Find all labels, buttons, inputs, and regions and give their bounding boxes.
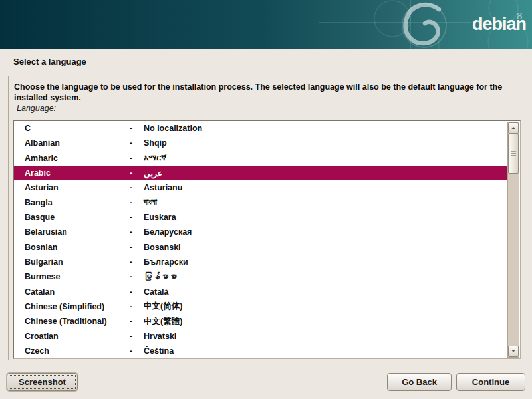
language-name: Amharic bbox=[25, 154, 130, 163]
language-row[interactable]: C-No localization bbox=[14, 121, 507, 136]
language-row[interactable]: Albanian-Shqip bbox=[14, 136, 507, 150]
language-row[interactable]: Asturian-Asturianu bbox=[14, 180, 507, 195]
language-row[interactable]: Chinese (Traditional)-中文(繁體) bbox=[14, 314, 507, 329]
chevron-down-icon: ▼ bbox=[511, 350, 516, 354]
language-name: Catalan bbox=[25, 287, 130, 297]
language-label: Language: bbox=[17, 104, 56, 113]
separator-dash: - bbox=[130, 183, 144, 192]
language-row[interactable]: Catalan-Català bbox=[14, 284, 507, 299]
language-name: Chinese (Simplified) bbox=[25, 302, 130, 311]
language-row[interactable]: Croatian-Hrvatski bbox=[14, 329, 507, 343]
separator-dash: - bbox=[130, 317, 144, 326]
language-row[interactable]: Bangla-বাংলা bbox=[14, 196, 507, 210]
continue-button[interactable]: Continue bbox=[456, 373, 525, 391]
scroll-down-button[interactable]: ▼ bbox=[508, 346, 519, 357]
language-rows: C-No localizationAlbanian-ShqipAmharic-አ… bbox=[14, 121, 507, 358]
language-native: Български bbox=[144, 257, 507, 267]
language-name: Bosnian bbox=[25, 243, 130, 252]
language-native: 中文(繁體) bbox=[144, 316, 507, 327]
separator-dash: - bbox=[130, 287, 144, 297]
language-name: Basque bbox=[25, 213, 130, 222]
language-native: Asturianu bbox=[144, 183, 507, 192]
language-native: বাংলা bbox=[144, 198, 507, 207]
separator-dash: - bbox=[130, 227, 144, 237]
language-row[interactable]: Arabic-عربي bbox=[14, 166, 507, 180]
question-frame: Choose the language to be used for the i… bbox=[8, 76, 523, 360]
language-native: မြန်မာစာ bbox=[144, 272, 507, 281]
language-name: Arabic bbox=[25, 168, 130, 178]
separator-dash: - bbox=[130, 154, 144, 163]
vertical-scrollbar[interactable]: ▲ ▼ bbox=[507, 122, 519, 358]
separator-dash: - bbox=[130, 138, 144, 148]
scroll-up-button[interactable]: ▲ bbox=[508, 122, 519, 134]
separator-dash: - bbox=[130, 257, 144, 267]
language-row[interactable]: Bosnian-Bosanski bbox=[14, 240, 507, 255]
language-name: Bulgarian bbox=[25, 257, 130, 267]
language-native: Hrvatski bbox=[144, 332, 507, 341]
language-row[interactable]: Amharic-አማርኛ bbox=[14, 151, 507, 166]
language-native: Bosanski bbox=[144, 243, 507, 252]
screenshot-button[interactable]: Screenshot bbox=[7, 373, 78, 391]
separator-dash: - bbox=[130, 302, 144, 311]
separator-dash: - bbox=[130, 243, 144, 252]
language-row[interactable]: Basque-Euskara bbox=[14, 210, 507, 225]
language-row[interactable]: Czech-Čeština bbox=[14, 344, 507, 358]
language-name: Belarusian bbox=[25, 227, 130, 237]
debian-banner-art: debian 8 bbox=[0, 0, 532, 49]
go-back-button[interactable]: Go Back bbox=[387, 373, 452, 391]
scrollbar-thumb[interactable] bbox=[508, 134, 519, 174]
page-title: Select a language bbox=[13, 57, 86, 66]
separator-dash: - bbox=[130, 168, 144, 178]
language-row[interactable]: Belarusian-Беларуская bbox=[14, 225, 507, 239]
language-list: C-No localizationAlbanian-ShqipAmharic-አ… bbox=[13, 120, 521, 359]
language-native: Euskara bbox=[144, 213, 507, 222]
language-name: Asturian bbox=[25, 183, 130, 192]
language-name: Bangla bbox=[25, 198, 130, 207]
separator-dash: - bbox=[130, 198, 144, 207]
separator-dash: - bbox=[130, 272, 144, 281]
language-native: Shqip bbox=[144, 138, 507, 148]
language-native: Беларуская bbox=[144, 227, 507, 237]
scrollbar-grip-icon bbox=[511, 151, 516, 156]
language-row[interactable]: Chinese (Simplified)-中文(简体) bbox=[14, 299, 507, 314]
separator-dash: - bbox=[130, 346, 144, 356]
language-name: C bbox=[25, 124, 130, 133]
language-row[interactable]: Burmese-မြန်မာစာ bbox=[14, 269, 507, 284]
language-native: No localization bbox=[144, 124, 507, 133]
language-name: Albanian bbox=[25, 138, 130, 148]
language-name: Croatian bbox=[25, 332, 130, 341]
language-row[interactable]: Bulgarian-Български bbox=[14, 255, 507, 269]
language-native: Català bbox=[144, 287, 507, 297]
debian-version: 8 bbox=[517, 10, 522, 21]
separator-dash: - bbox=[130, 332, 144, 341]
separator-dash: - bbox=[130, 213, 144, 222]
language-native: عربي bbox=[144, 168, 507, 178]
header-banner: debian 8 bbox=[0, 0, 532, 49]
language-name: Burmese bbox=[25, 272, 130, 281]
separator-dash: - bbox=[130, 124, 144, 133]
question-description: Choose the language to be used for the i… bbox=[14, 82, 513, 103]
chevron-up-icon: ▲ bbox=[511, 126, 516, 130]
language-native: 中文(简体) bbox=[144, 301, 507, 312]
language-native: አማርኛ bbox=[144, 153, 507, 163]
language-name: Czech bbox=[25, 346, 130, 356]
language-native: Čeština bbox=[144, 346, 507, 356]
language-name: Chinese (Traditional) bbox=[25, 317, 130, 326]
